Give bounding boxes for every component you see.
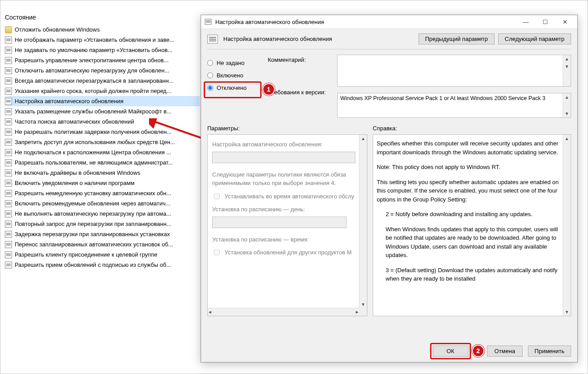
option-other-products-checkbox[interactable]: Установка обновлений для других продукто… — [212, 248, 355, 257]
radio-not-configured-label: Не задано — [217, 60, 245, 66]
policy-setting-icon — [5, 118, 12, 125]
policy-setting-icon — [5, 77, 12, 84]
policy-setting-icon — [5, 200, 12, 207]
help-content: Specifies whether this computer will rec… — [373, 135, 563, 316]
policy-list-item[interactable]: Настройка автоматического обновления — [5, 96, 200, 106]
policy-setting-icon — [5, 149, 12, 156]
policy-list-item[interactable]: Не задавать по умолчанию параметр «Устан… — [5, 45, 200, 55]
policy-item-label: Перенос запланированных автоматических у… — [15, 241, 200, 248]
policy-list-item[interactable]: Включить рекомендуемые обновления через … — [5, 198, 200, 209]
policy-list-item[interactable]: Задержка перезагрузки при запланированны… — [5, 229, 200, 239]
minimize-button[interactable]: — — [516, 16, 536, 28]
column-header-state[interactable]: Состояние — [5, 14, 200, 21]
policy-item-label: Не задавать по умолчанию параметр «Устан… — [15, 47, 200, 53]
option-note-line2: применимыми только при выборе значения 4… — [212, 180, 336, 186]
option-install-maintenance-label: Устанавливать во время автоматического о… — [225, 192, 354, 201]
policy-list-item[interactable]: Не разрешать политикам задержки получени… — [5, 127, 200, 137]
policy-list-item[interactable]: Разрешить немедленную установку автомати… — [5, 188, 200, 198]
comment-textarea[interactable]: ▲▼ — [337, 55, 571, 87]
dialog-titlebar[interactable]: Настройка автоматического обновления — ☐… — [201, 15, 577, 29]
policy-list-item[interactable]: Повторный запрос для перезагрузки при за… — [5, 219, 200, 229]
policy-item-label: Настройка автоматического обновления — [15, 98, 200, 105]
policy-item-label: Включить уведомления о наличии программ — [15, 180, 200, 186]
policy-item-label: Всегда автоматически перезагружаться в з… — [15, 77, 200, 84]
app-window: Состояние Отложить обновления WindowsНе … — [0, 0, 588, 374]
policy-list-item[interactable]: Включить уведомления о наличии программ — [5, 178, 200, 188]
policy-list-item[interactable]: Разрешать пользователям, не являющимся а… — [5, 157, 200, 168]
radio-enabled[interactable]: Включено — [207, 69, 261, 81]
policy-setting-icon — [5, 169, 12, 177]
policy-setting-icon — [5, 251, 12, 258]
policy-list-item[interactable]: Всегда автоматически перезагружаться в з… — [5, 76, 200, 86]
policy-list-item[interactable]: Отключить автоматическую перезагрузку дл… — [5, 65, 200, 76]
option-day-combo[interactable] — [212, 217, 346, 228]
dialog-header-bar: Настройка автоматического обновления Пре… — [201, 29, 577, 49]
policy-item-label: Указание крайнего срока, который должен … — [15, 88, 200, 94]
policy-list-item[interactable]: Указание крайнего срока, который должен … — [5, 86, 200, 96]
previous-setting-button[interactable]: Предыдущий параметр — [419, 33, 495, 44]
policy-list-item[interactable]: Разрешить клиенту присоединение к целево… — [5, 249, 200, 260]
option-install-maintenance-checkbox[interactable]: Устанавливать во время автоматического о… — [212, 192, 355, 201]
help-paragraph: This setting lets you specify whether au… — [377, 178, 560, 204]
options-content: Настройка автоматического обновления: Сл… — [208, 135, 359, 308]
policy-list-item[interactable]: Не отображать параметр «Установить обнов… — [5, 35, 200, 45]
radio-not-configured[interactable]: Не задано — [207, 56, 261, 69]
dialog-header-title: Настройка автоматического обновления — [223, 36, 332, 42]
comment-label: Комментарий: — [268, 56, 330, 63]
policy-setting-icon — [5, 129, 12, 136]
policy-item-label: Не включать драйверы в обновления Window… — [15, 169, 200, 176]
policy-setting-icon — [5, 47, 12, 54]
radio-disabled[interactable]: Отключено — [207, 81, 261, 94]
comment-scrollbar[interactable]: ▲▼ — [563, 55, 571, 86]
help-paragraph: 3 = (Default setting) Download the updat… — [377, 266, 560, 283]
options-vscrollbar[interactable]: ▲▼ — [359, 135, 367, 308]
supported-on-scrollbar[interactable]: ▲▼ — [563, 93, 571, 117]
policy-list-item[interactable]: Не выполнять автоматическую перезагрузку… — [5, 209, 200, 219]
help-vscrollbar[interactable]: ▲▼ — [563, 135, 571, 316]
svg-rect-2 — [206, 20, 210, 21]
cancel-button[interactable]: Отмена — [487, 346, 523, 357]
option-time-label: Установка по расписанию — время: — [212, 235, 355, 244]
policy-setting-icon — [5, 261, 12, 269]
annotation-badge-2: 2 — [472, 345, 484, 357]
policy-list-item[interactable]: Не подключаться к расположениям Центра о… — [5, 147, 200, 157]
config-area: Не задано Включено Отключено 1 Комментар… — [201, 49, 577, 121]
policy-setting-icon — [5, 57, 12, 64]
next-setting-button[interactable]: Следующий параметр — [498, 33, 571, 44]
option-other-products-label: Установка обновлений для других продукто… — [225, 248, 352, 257]
help-paragraph: Note: This policy does not apply to Wind… — [377, 163, 560, 172]
policy-list-item[interactable]: Перенос запланированных автоматических у… — [5, 239, 200, 249]
options-hscrollbar[interactable]: ◄► — [208, 308, 359, 316]
radio-enabled-label: Включено — [217, 72, 243, 79]
help-paragraph: When Windows finds updates that apply to… — [377, 225, 560, 260]
policy-list-item[interactable]: Разрешить прием обновлений с подписью из… — [5, 260, 200, 270]
supported-on-value: Windows XP Professional Service Pack 1 o… — [340, 95, 545, 101]
policy-header-icon — [207, 35, 218, 44]
policy-setting-icon — [5, 180, 12, 187]
dialog-title: Настройка автоматического обновления — [215, 19, 516, 25]
policy-list-item[interactable]: Запретить доступ для использования любых… — [5, 137, 200, 147]
dialog-footer: ОК 2 Отмена Применить — [201, 340, 577, 362]
close-button[interactable]: ✕ — [555, 16, 575, 28]
policy-list-item[interactable]: Разрешить управление электропитанием цен… — [5, 55, 200, 65]
policy-list-item[interactable]: Не включать драйверы в обновления Window… — [5, 168, 200, 178]
policy-item-label: Не разрешать политикам задержки получени… — [15, 129, 200, 135]
policy-list-item[interactable]: Указать размещение службы обновлений Май… — [5, 106, 200, 117]
policy-item-label: Не отображать параметр «Установить обнов… — [15, 36, 200, 43]
policy-list-item[interactable]: Частота поиска автоматических обновлений — [5, 117, 200, 127]
policy-item-label: Отложить обновления Windows — [15, 26, 200, 33]
ok-button[interactable]: ОК — [433, 346, 468, 357]
policy-settings-dialog: Настройка автоматического обновления — ☐… — [201, 15, 578, 362]
policy-list-item[interactable]: Отложить обновления Windows — [5, 24, 200, 35]
policy-item-label: Запретить доступ для использования любых… — [15, 139, 200, 145]
policy-item-label: Разрешить управление электропитанием цен… — [15, 57, 200, 64]
policy-item-label: Разрешить прием обновлений с подписью из… — [15, 261, 200, 268]
option-configure-combo[interactable] — [212, 152, 355, 163]
policy-item-label: Разрешить немедленную установку автомати… — [15, 190, 200, 197]
maximize-button[interactable]: ☐ — [536, 16, 555, 28]
help-pane-title: Справка: — [373, 125, 571, 132]
policy-item-label: Задержка перезагрузки при запланированны… — [15, 231, 200, 237]
policy-list[interactable]: Отложить обновления WindowsНе отображать… — [5, 24, 200, 270]
apply-button[interactable]: Применить — [528, 346, 571, 357]
policy-setting-icon — [5, 241, 12, 248]
